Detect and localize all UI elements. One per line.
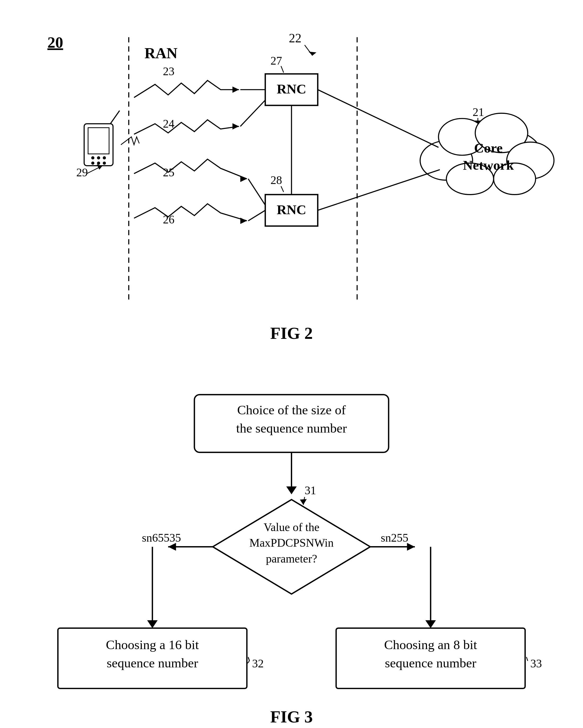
rnc2-label: RNC bbox=[277, 202, 306, 217]
arrowhead-left bbox=[168, 543, 176, 551]
fig2-diagram: 20 RAN 22 23 24 25 bbox=[16, 16, 567, 373]
antenna-23-line bbox=[134, 80, 239, 98]
label-23: 23 bbox=[163, 65, 175, 78]
phone-antenna bbox=[110, 111, 120, 124]
label-29: 29 bbox=[76, 166, 88, 179]
start-box-text-line2: the sequence number bbox=[236, 421, 347, 436]
key1 bbox=[91, 156, 94, 159]
fig2-caption: FIG 2 bbox=[270, 324, 312, 342]
sn255-label: sn255 bbox=[381, 531, 408, 544]
key5 bbox=[97, 161, 100, 165]
right-box-text-line2: sequence number bbox=[385, 656, 477, 670]
antenna-25-line bbox=[134, 159, 247, 179]
right-box-text-line1: Choosing an 8 bit bbox=[384, 638, 477, 652]
label-27: 27 bbox=[271, 54, 282, 67]
ran-label: RAN bbox=[145, 45, 178, 61]
tick-33 bbox=[526, 657, 528, 661]
antenna-24-line bbox=[134, 120, 239, 134]
key6 bbox=[103, 161, 106, 165]
arrowhead-24 bbox=[233, 123, 239, 129]
fig3-caption: FIG 3 bbox=[270, 707, 312, 726]
fig2-section: 20 RAN 22 23 24 25 bbox=[16, 16, 567, 373]
fig3-section: Choice of the size of the sequence numbe… bbox=[16, 379, 567, 728]
label-33: 33 bbox=[530, 657, 542, 670]
diamond-text-line2: MaxPDCPSNWin bbox=[250, 536, 334, 549]
label-31: 31 bbox=[305, 484, 316, 497]
phone-waves bbox=[121, 137, 139, 145]
arrowhead-31 bbox=[300, 499, 307, 505]
arrowhead-26 bbox=[240, 217, 247, 224]
left-box-text-line1: Choosing a 16 bit bbox=[106, 638, 199, 652]
core-network-line2: Network bbox=[463, 157, 514, 173]
diamond-text-line1: Value of the bbox=[263, 521, 320, 534]
arrow-27 bbox=[281, 66, 284, 73]
label-21: 21 bbox=[473, 106, 484, 118]
arrowhead-23 bbox=[233, 86, 239, 93]
rnc2-line1 bbox=[248, 179, 265, 205]
arrowhead-22 bbox=[309, 52, 316, 56]
arrowhead-25 bbox=[240, 176, 247, 182]
arrow-28 bbox=[281, 186, 284, 192]
fig3-diagram: Choice of the size of the sequence numbe… bbox=[16, 379, 567, 728]
rnc2-to-core bbox=[318, 170, 440, 210]
start-box-text-line1: Choice of the size of bbox=[237, 402, 346, 417]
key2 bbox=[97, 156, 100, 159]
antenna-26-line bbox=[134, 204, 247, 221]
page: 20 RAN 22 23 24 25 bbox=[0, 0, 583, 728]
key4 bbox=[91, 161, 94, 165]
fig2-label-20: 20 bbox=[47, 34, 63, 51]
rnc1-line2 bbox=[240, 100, 265, 126]
rnc1-to-core bbox=[318, 90, 439, 148]
label-22: 22 bbox=[289, 31, 302, 45]
diamond-text-line3: parameter? bbox=[266, 552, 317, 565]
key3 bbox=[103, 156, 106, 159]
arrowhead-right-down bbox=[425, 620, 436, 628]
label-24: 24 bbox=[163, 117, 175, 130]
rnc2-line2 bbox=[248, 210, 265, 221]
arrowhead-right bbox=[407, 543, 415, 551]
phone-screen bbox=[88, 128, 109, 154]
core-network-line1: Core bbox=[474, 140, 503, 155]
label-28: 28 bbox=[271, 174, 282, 186]
label-32: 32 bbox=[252, 657, 264, 670]
arrowhead-left-down bbox=[147, 620, 158, 628]
sn65535-label: sn65535 bbox=[142, 531, 181, 544]
left-box-text-line2: sequence number bbox=[107, 656, 198, 670]
arrowhead-start-to-diamond bbox=[286, 487, 297, 495]
rnc1-label: RNC bbox=[277, 81, 306, 96]
